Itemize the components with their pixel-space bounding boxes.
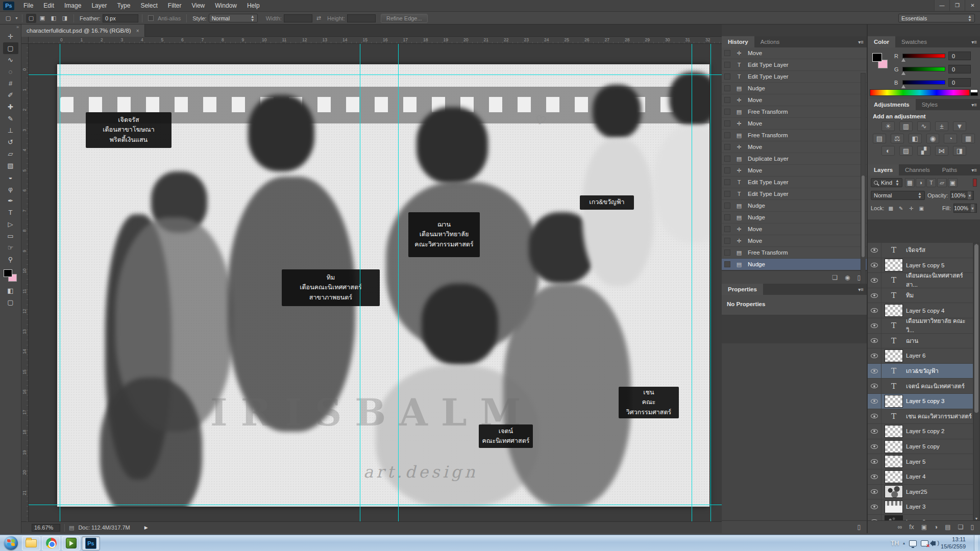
- path-selection-tool[interactable]: ▷: [3, 218, 18, 230]
- tab-actions[interactable]: Actions: [754, 36, 786, 47]
- history-source-checkbox[interactable]: [724, 109, 730, 115]
- filter-shape-layers-icon[interactable]: ▱: [937, 178, 947, 187]
- layer-row[interactable]: Tฌาน: [868, 334, 973, 349]
- network-icon[interactable]: [909, 540, 917, 546]
- history-item[interactable]: ✛Move: [722, 47, 867, 59]
- close-button[interactable]: ✕: [965, 0, 980, 11]
- network-error-icon[interactable]: [921, 540, 928, 546]
- history-item[interactable]: ✛Move: [722, 223, 867, 235]
- history-item[interactable]: ▤Nudge: [722, 200, 867, 212]
- lock-pixels-icon[interactable]: ✎: [897, 205, 905, 212]
- collapse-tools-icon[interactable]: »: [16, 24, 19, 31]
- layer-row[interactable]: Tเจิดจรัส: [868, 243, 973, 258]
- refine-edge-button[interactable]: Refine Edge...: [381, 14, 428, 23]
- history-source-checkbox[interactable]: [724, 226, 730, 232]
- opacity-field[interactable]: 100% ▼: [950, 191, 974, 200]
- history-source-checkbox[interactable]: [724, 85, 730, 91]
- scrollbar-thumb[interactable]: [974, 244, 978, 413]
- color-spectrum-ramp[interactable]: [870, 89, 970, 96]
- layer-visibility-toggle[interactable]: [868, 515, 881, 520]
- history-source-checkbox[interactable]: [724, 214, 730, 220]
- selective-color-icon[interactable]: ◨: [953, 146, 966, 156]
- taskbar-clock[interactable]: 13:11 15/6/2559: [941, 536, 970, 550]
- filter-toggle[interactable]: [973, 179, 977, 187]
- rectangle-tool[interactable]: ▭: [3, 230, 18, 242]
- taskbar-photoshop-button[interactable]: Ps: [82, 536, 100, 550]
- invert-icon[interactable]: ◐: [881, 146, 895, 156]
- tab-adjustments[interactable]: Adjustments: [868, 99, 916, 110]
- new-layer-icon[interactable]: ❏: [958, 523, 964, 531]
- layer-visibility-toggle[interactable]: [868, 348, 881, 363]
- restore-button[interactable]: ❐: [949, 0, 965, 11]
- history-item[interactable]: TEdit Type Layer: [722, 177, 867, 188]
- history-source-checkbox[interactable]: [724, 179, 730, 185]
- taskbar-explorer-button[interactable]: [22, 536, 40, 550]
- panel-menu-icon[interactable]: ▾≡: [858, 287, 864, 292]
- volume-icon[interactable]: [933, 541, 936, 545]
- filter-adjustment-layers-icon[interactable]: ◑: [916, 178, 925, 187]
- history-item[interactable]: ✛Move: [722, 165, 867, 177]
- layer-visibility-toggle[interactable]: [868, 258, 881, 273]
- layer-row[interactable]: Tเชน คณะวิศวกรรมศาสตร์: [868, 409, 973, 424]
- history-source-checkbox[interactable]: [724, 249, 730, 256]
- history-item[interactable]: ▤Free Transform: [722, 130, 867, 141]
- layer-row[interactable]: Tเดือนมหาวิทยาลัย คณะวิ...: [868, 318, 973, 334]
- layer-visibility-toggle[interactable]: [868, 288, 881, 303]
- menu-view[interactable]: View: [186, 0, 210, 12]
- history-source-checkbox[interactable]: [724, 120, 730, 127]
- filter-smart-objects-icon[interactable]: ▣: [948, 178, 958, 187]
- height-input[interactable]: [347, 14, 376, 22]
- history-item[interactable]: ▤Duplicate Layer: [722, 153, 867, 165]
- layer-row[interactable]: Tทิม: [868, 288, 973, 304]
- curves-icon[interactable]: ∿: [917, 121, 930, 131]
- delete-layer-icon[interactable]: ▯: [970, 523, 974, 531]
- tab-channels[interactable]: Channels: [899, 164, 936, 176]
- workspace-switcher[interactable]: Essentials ▲▼: [898, 14, 975, 22]
- lock-transparent-icon[interactable]: ▩: [887, 205, 895, 212]
- taskbar-media-app-button[interactable]: [62, 536, 80, 550]
- levels-icon[interactable]: ▥: [899, 121, 913, 131]
- layer-row[interactable]: Layer 5 copy: [868, 439, 973, 455]
- threshold-icon[interactable]: ▞: [917, 146, 930, 156]
- layer-row[interactable]: Tเดือนคณะนิเทศศาสตร์ สา...: [868, 273, 973, 288]
- layers-scrollbar[interactable]: ▲ ▼: [973, 243, 979, 520]
- move-tool[interactable]: ✛: [3, 31, 18, 42]
- history-item[interactable]: TEdit Type Layer: [722, 71, 867, 83]
- blur-tool[interactable]: ◒: [3, 171, 18, 183]
- tab-paths[interactable]: Paths: [936, 164, 963, 176]
- layer-effects-icon[interactable]: fx: [909, 523, 914, 531]
- color-balance-icon[interactable]: ⚖: [891, 134, 904, 143]
- layer-row[interactable]: Layer 6: [868, 348, 973, 364]
- layer-group-icon[interactable]: ▤: [945, 523, 950, 531]
- scrollbar-thumb[interactable]: [862, 176, 865, 257]
- zoom-tool[interactable]: ⚲: [3, 254, 18, 265]
- layer-row[interactable]: Layer 5 copy 3: [868, 394, 973, 409]
- slider-thumb[interactable]: [901, 71, 905, 75]
- rectangular-marquee-tool[interactable]: ▢: [3, 42, 18, 54]
- scroll-down-icon[interactable]: ▼: [974, 517, 979, 520]
- layer-visibility-toggle[interactable]: [868, 499, 881, 514]
- tool-preset-picker[interactable]: ▢ ▼: [3, 14, 18, 23]
- history-item[interactable]: ▤Nudge: [722, 212, 867, 223]
- layer-visibility-toggle[interactable]: [868, 318, 881, 333]
- layer-visibility-toggle[interactable]: [868, 469, 881, 484]
- layer-mask-icon[interactable]: ▣: [921, 523, 927, 531]
- layer-row[interactable]: Layer25: [868, 485, 973, 500]
- crop-tool[interactable]: #: [3, 78, 18, 89]
- history-source-checkbox[interactable]: [724, 97, 730, 103]
- menu-type[interactable]: Type: [112, 0, 135, 12]
- delete-state-icon[interactable]: ▯: [857, 274, 861, 281]
- show-desktop-button[interactable]: [974, 535, 978, 551]
- document-tab[interactable]: characterfulldicut.psd @ 16.7% (RGB/8) ×: [21, 24, 145, 37]
- channel-mixer-icon[interactable]: ◔: [944, 134, 957, 143]
- filter-type-layers-icon[interactable]: T: [926, 178, 936, 187]
- history-source-checkbox[interactable]: [724, 203, 730, 209]
- panel-menu-icon[interactable]: ▾≡: [971, 102, 977, 108]
- color-lookup-icon[interactable]: ▦: [962, 134, 975, 143]
- clone-stamp-tool[interactable]: ⊥: [3, 124, 18, 136]
- link-layers-icon[interactable]: ∞: [898, 523, 902, 531]
- subtract-from-selection-icon[interactable]: ◧: [48, 14, 59, 23]
- swap-dimensions-icon[interactable]: ⇄: [316, 15, 321, 21]
- layer-visibility-toggle[interactable]: [868, 394, 881, 409]
- history-source-checkbox[interactable]: [724, 50, 730, 56]
